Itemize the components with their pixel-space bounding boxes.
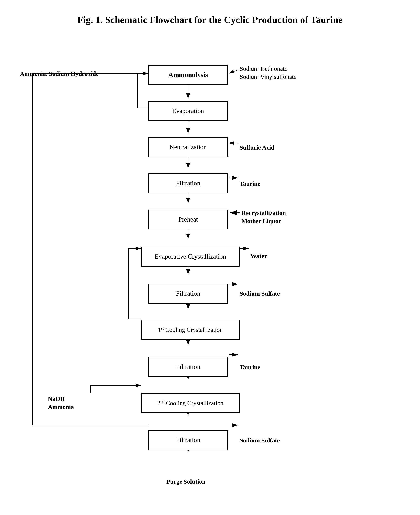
page: Fig. 1. Schematic Flowchart for the Cycl… [0,0,420,515]
purge-solution-label: Purge Solution [166,478,205,485]
preheat-box: Preheat [148,209,228,230]
filtration2-box: Filtration [148,284,228,304]
sodium-sulfate2-label: Sodium Sulfate [240,437,280,444]
svg-line-3 [229,70,238,74]
ammonia2-label: Ammonia [48,404,74,411]
ammonolysis-box: Ammonolysis [148,65,228,85]
ammonia-naoh-label: Ammonia, Sodium Hydroxide [20,70,98,77]
cooling2-box: 2nd Cooling Crystallization [141,393,240,413]
cooling1-box: 1st Cooling Crystallization [141,320,240,340]
flowchart: Ammonolysis Evaporation Neutralization F… [0,36,420,506]
sodium-sulfate1-label: Sodium Sulfate [240,290,280,297]
filtration1-box: Filtration [148,173,228,193]
page-title: Fig. 1. Schematic Flowchart for the Cycl… [0,0,420,36]
evap-cryst-box: Evaporative Crystallization [141,247,240,267]
neutralization-box: Neutralization [148,137,228,157]
taurine1-label: Taurine [240,180,260,187]
naoh-label: NaOH [48,396,65,402]
sodium-isethionate-label: Sodium Isethionate [240,65,287,72]
evaporation-box: Evaporation [148,101,228,121]
filtration3-box: Filtration [148,357,228,377]
recryst-label: Recrystallization [241,209,286,216]
mother-liquor-label: Mother Liquor [241,218,281,224]
taurine2-label: Taurine [240,364,260,371]
filtration4-box: Filtration [148,430,228,450]
water-label: Water [250,253,267,260]
sodium-vinylsulfonate-label: Sodium Vinylsulfonate [240,74,296,80]
sulfuric-acid-label: Sulfuric Acid [240,144,274,151]
